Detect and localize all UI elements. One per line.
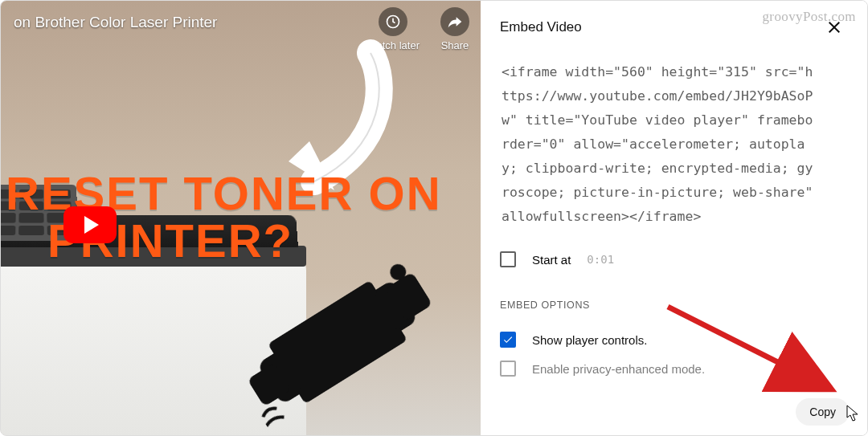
panel-scroll-area[interactable]: <iframe width="560" height="315" src="ht… (481, 52, 867, 389)
show-controls-label: Show player controls. (532, 333, 647, 347)
close-icon (825, 18, 844, 37)
start-at-time[interactable]: 0:01 (587, 253, 614, 266)
embed-options-heading: EMBED OPTIONS (500, 299, 858, 311)
copy-button[interactable]: Copy (796, 398, 850, 426)
show-controls-checkbox[interactable] (500, 332, 516, 348)
privacy-mode-label: Enable privacy-enhanced mode. (532, 362, 705, 376)
close-button[interactable] (821, 14, 848, 41)
play-button[interactable] (63, 206, 117, 243)
embed-code-text[interactable]: <iframe width="560" height="315" src="ht… (500, 52, 858, 243)
share-button[interactable]: Share (440, 7, 469, 51)
clock-icon (379, 7, 407, 36)
privacy-mode-checkbox[interactable] (500, 361, 516, 377)
video-thumbnail[interactable]: on Brother Color Laser Printer Watch lat… (1, 1, 481, 435)
embed-panel: Embed Video <iframe width="560" height="… (481, 1, 867, 435)
video-title: on Brother Color Laser Printer (14, 14, 217, 31)
share-icon (440, 7, 469, 36)
start-at-label: Start at (532, 253, 571, 267)
share-label: Share (441, 39, 469, 51)
check-icon (502, 334, 514, 345)
start-at-checkbox[interactable] (500, 251, 516, 267)
panel-title: Embed Video (500, 19, 582, 35)
